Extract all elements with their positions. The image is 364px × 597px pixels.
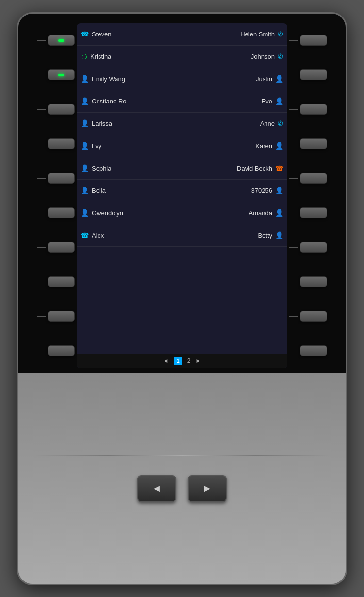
nav-next-arrow: ►	[202, 483, 212, 494]
contact-right-5: Karen 👤	[182, 135, 288, 157]
contact-row-0[interactable]: ☎ Steven Helen Smith ✆	[77, 23, 287, 46]
contact-row-2[interactable]: 👤 Emily Wang Justin 👤	[77, 68, 287, 90]
right-btn-row-9	[289, 305, 327, 327]
nav-prev-button[interactable]: ◄	[137, 475, 176, 502]
contact-right-1: Johnson ✆	[182, 46, 288, 68]
contact-left-6: 👤 Sophia	[77, 157, 182, 179]
contact-row-9[interactable]: ☎ Alex Betty 👤	[77, 224, 287, 247]
nav-prev-arrow: ◄	[152, 483, 162, 494]
contact-row-7[interactable]: 👤 Bella 370256 👤	[77, 180, 287, 202]
contact-list: ☎ Steven Helen Smith ✆ ⭯ Kristina	[77, 23, 287, 354]
left-btn-3[interactable]	[48, 104, 75, 115]
left-btn-row-2	[37, 64, 75, 86]
icon-gwendolyn: 👤	[81, 209, 89, 217]
icon-larissa: 👤	[81, 119, 89, 127]
connector-2	[37, 75, 46, 75]
left-btn-row-5	[37, 167, 75, 189]
contact-left-0: ☎ Steven	[77, 23, 182, 45]
left-btn-8[interactable]	[48, 276, 75, 287]
right-btn-4[interactable]	[300, 138, 327, 149]
contact-row-4[interactable]: 👤 Larissa Anne ✆	[77, 113, 287, 135]
icon-justin: 👤	[275, 75, 283, 83]
right-btn-1[interactable]	[300, 35, 327, 46]
right-btn-3[interactable]	[300, 104, 327, 115]
contact-row-1[interactable]: ⭯ Kristina Johnson ✆	[77, 46, 287, 68]
contact-right-0: Helen Smith ✆	[182, 23, 288, 45]
left-btn-row-1	[37, 29, 75, 51]
right-connector-10	[289, 351, 298, 351]
contact-name-cristiano: Cristiano Ro	[92, 98, 127, 105]
contact-name-lvy: Lvy	[92, 142, 101, 150]
icon-emilywang: 👤	[81, 75, 89, 83]
right-btn-9[interactable]	[300, 311, 327, 322]
left-btn-6[interactable]	[48, 207, 75, 218]
prev-page-arrow[interactable]: ◄	[163, 358, 169, 364]
led-indicator-1	[58, 39, 64, 42]
connector-8	[37, 282, 46, 282]
left-btn-7[interactable]	[48, 242, 75, 253]
icon-sophia: 👤	[81, 164, 89, 172]
icon-karen: 👤	[275, 142, 283, 150]
contact-name-sophia: Sophia	[92, 165, 111, 172]
icon-alex: ☎	[81, 231, 89, 239]
icon-betty: 👤	[275, 231, 283, 239]
contact-name-emilywang: Emily Wang	[92, 75, 125, 83]
icon-johnson: ✆	[278, 52, 283, 60]
left-btn-1[interactable]	[48, 35, 75, 46]
contact-right-4: Anne ✆	[182, 113, 288, 135]
left-btn-row-6	[37, 202, 75, 224]
contact-name-helensmith: Helen Smith	[240, 31, 275, 38]
right-btn-8[interactable]	[300, 276, 327, 287]
contact-name-370256: 370256	[251, 187, 272, 194]
right-btn-2[interactable]	[300, 69, 327, 80]
right-btn-5[interactable]	[300, 173, 327, 184]
icon-davidbeckh: ☎	[275, 164, 283, 172]
left-btn-9[interactable]	[48, 311, 75, 322]
contact-row-5[interactable]: 👤 Lvy Karen 👤	[77, 135, 287, 157]
left-btn-10[interactable]	[48, 345, 75, 356]
contact-name-larissa: Larissa	[92, 120, 112, 127]
right-btn-10[interactable]	[300, 345, 327, 356]
page-num-current[interactable]: 1	[174, 357, 182, 365]
page-num-next[interactable]: 2	[187, 358, 191, 364]
left-btn-row-3	[37, 98, 75, 120]
icon-amanda: 👤	[275, 209, 283, 217]
connector-5	[37, 178, 46, 179]
nav-next-button[interactable]: ►	[188, 475, 227, 502]
contact-left-5: 👤 Lvy	[77, 135, 182, 157]
contact-name-alex: Alex	[92, 232, 104, 239]
contact-row-8[interactable]: 👤 Gwendolyn Amanda 👤	[77, 202, 287, 224]
left-btn-row-8	[37, 271, 75, 293]
right-btn-row-4	[289, 133, 327, 155]
right-btn-6[interactable]	[300, 207, 327, 218]
left-btn-row-4	[37, 133, 75, 155]
contact-left-9: ☎ Alex	[77, 224, 182, 246]
contact-row-6[interactable]: 👤 Sophia David Beckh ☎	[77, 157, 287, 180]
contact-panel: ☎ Steven Helen Smith ✆ ⭯ Kristina	[77, 23, 287, 368]
right-connector-3	[289, 109, 298, 110]
contact-right-2: Justin 👤	[182, 68, 288, 90]
divider	[35, 455, 330, 456]
right-btn-row-2	[289, 64, 327, 86]
next-page-arrow[interactable]: ►	[195, 358, 201, 364]
left-btn-2[interactable]	[48, 69, 75, 80]
right-btn-7[interactable]	[300, 242, 327, 253]
contact-left-4: 👤 Larissa	[77, 113, 182, 135]
icon-anne: ✆	[278, 119, 283, 127]
contact-row-3[interactable]: 👤 Cristiano Ro Eve 👤	[77, 90, 287, 113]
right-connector-5	[289, 178, 298, 179]
contact-name-davidbeckh: David Beckh	[237, 165, 272, 172]
left-side-buttons	[23, 23, 77, 368]
right-btn-row-7	[289, 236, 327, 258]
left-btn-4[interactable]	[48, 138, 75, 149]
bottom-panel: ◄ ►	[18, 373, 346, 584]
led-indicator-2	[58, 74, 64, 76]
right-btn-row-6	[289, 202, 327, 224]
contact-name-amanda: Amanda	[249, 209, 272, 217]
left-btn-row-7	[37, 236, 75, 258]
right-connector-1	[289, 40, 298, 41]
icon-helensmith: ✆	[278, 30, 283, 38]
left-btn-row-10	[37, 340, 75, 362]
right-connector-2	[289, 75, 298, 75]
left-btn-5[interactable]	[48, 173, 75, 184]
